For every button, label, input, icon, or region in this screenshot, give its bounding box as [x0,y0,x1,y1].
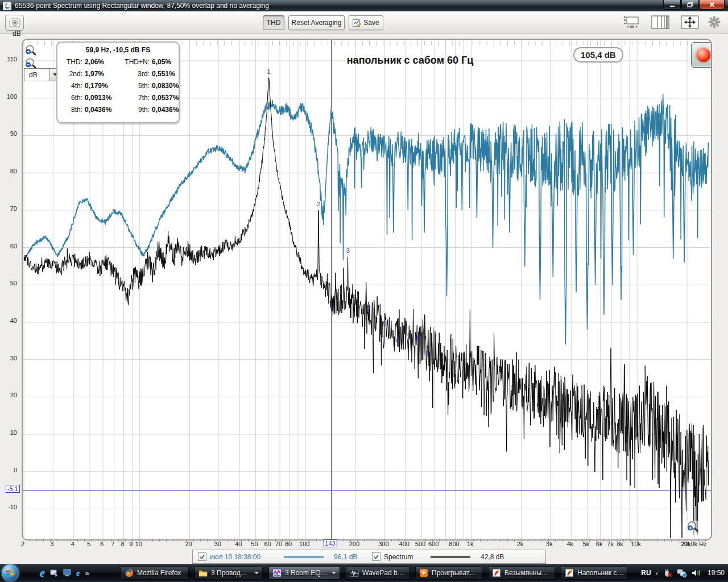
harmonic-marker-label: 1 [267,68,271,75]
save-button-label: Save [363,19,379,27]
x-zoom-in-button[interactable] [687,521,700,533]
x-tick-label: 7k [607,541,614,547]
x-tick-label: 2 [21,541,24,547]
x-tick-label: 300 [378,541,388,547]
x-tick-label: 600 [428,541,439,547]
record-icon [697,48,710,62]
x-tick-label: 30,0k Hz [682,541,706,547]
legend-trace-level: 42,8 dB [481,553,514,561]
firefox-icon [125,568,134,577]
wavepad-icon [350,568,359,577]
x-tick-label: 3k [546,541,553,547]
taskbar-button-label: 3 Проводник [211,569,250,577]
x-tick-label: 200 [349,541,359,547]
y-cursor-value[interactable]: -5,1 [6,485,20,493]
minimize-button[interactable] [663,0,681,10]
start-button[interactable] [2,564,19,581]
window-title: 65536-point Spectrum using Rectangular w… [15,2,269,10]
reset-averaging-label: Reset Averaging [292,19,342,27]
harmonic-marker-label: 9 [425,350,429,357]
harmonic-marker-label: 7 [407,333,411,340]
thd-button[interactable]: THD [263,15,284,30]
x-tick-label: 30 [214,541,221,547]
legend-trace-name: июл 10 18:38:00 [210,553,274,561]
taskbar-button-rew[interactable]: 3 Room EQ ... [268,566,340,580]
limits-button[interactable] [622,14,641,30]
x-tick-label: 20 [185,541,192,547]
x-tick-label: 1k [467,541,474,547]
thd-row-value: 0,179% [85,80,122,92]
pan-arrows-icon [681,15,699,30]
window-titlebar[interactable]: 65536-point Spectrum using Rectangular w… [0,0,728,11]
trace-legend-bar: июл 10 18:38:0096,1 dBSpectrum42,8 dB [192,550,546,564]
y-zoom-in-button[interactable] [25,44,38,57]
thd-row-value: 0,551% [152,68,177,80]
y-tick-label: 30 [0,355,17,361]
network-icon[interactable] [677,568,687,577]
x-tick-label: 400 [399,541,410,547]
close-button[interactable] [700,0,725,10]
x-axis-labels: 2345678910203040506070801002003004005006… [22,541,710,550]
x-tick-label: 7 [111,541,115,547]
harmonic-marker-label: 6 [396,337,399,344]
thd-row-label: THD: [60,56,85,68]
y-tick-label: 10 [0,429,17,436]
thd-row-value: 6,05% [152,56,177,68]
close-icon [709,2,715,7]
windows-logo-icon [6,568,15,577]
taskbar-button-doc[interactable]: Безымянный ... [488,566,555,580]
quick-launch-overflow[interactable]: » [85,569,89,577]
harmonic-marker-label: 8 [417,335,420,342]
x-tick-label: 2k [517,541,524,547]
tray-collapse-chevron[interactable]: ‹ [656,569,658,577]
clock[interactable]: 19:50 [708,569,725,577]
harmonic-marker-label: 5 [383,320,386,327]
taskbar-button-wavepad[interactable]: WavePad by N... [346,566,410,580]
taskbar-button-label: Напольник с ... [577,569,624,577]
record-button[interactable] [691,42,712,68]
thd-row-value: 0,0436% [85,104,122,116]
x-cursor-value[interactable]: 143 [323,539,337,547]
taskbar-button-player[interactable]: Проигрывате... [415,566,482,580]
power-plug-icon[interactable] [663,568,672,577]
x-tick-label: 50 [251,541,258,547]
restore-button[interactable] [681,0,699,10]
capture-button[interactable] [5,15,24,31]
y-tick-label: 90 [0,130,17,137]
y-tick-label: 40 [0,317,17,324]
x-tick-label: 500 [415,541,425,547]
toolbar: THD Reset Averaging Save [0,11,728,34]
settings-button[interactable] [706,14,722,30]
thd-row-label: 4th: [60,80,85,92]
y-tick-label: -10 [0,504,17,510]
thd-row-label: THD+N: [122,56,152,68]
legend-checkbox[interactable] [372,552,380,561]
y-unit-dropdown-value: dB [24,71,49,79]
gear-icon [708,16,721,28]
frequency-axis-button[interactable] [651,14,670,30]
taskbar-button-doc[interactable]: Напольник с ... [561,566,628,580]
taskbar-button-firefox[interactable]: Mozilla Firefox [121,566,189,580]
spectrum-plot-panel[interactable]: 123456789 dB 59,9 Hz, -10,5 dB FS THD:2,… [22,39,712,541]
internet-explorer-icon[interactable]: e [40,567,45,579]
internet-explorer2-icon[interactable]: e [76,567,80,579]
thd-row-label: 6th: [60,92,85,104]
input-level-readout: 105,4 dB [573,47,623,63]
pan-zoom-button[interactable] [680,14,700,30]
legend-trace-level: 96,1 dB [334,553,367,561]
media-window-icon[interactable] [63,569,71,577]
volume-icon[interactable] [692,568,702,577]
thd-row-value: 0,0436% [152,104,177,116]
legend-checkbox[interactable] [198,552,206,561]
system-tray: RU ‹ 19:50 [641,564,725,582]
language-indicator[interactable]: RU [641,569,651,577]
taskbar: e e » Mozilla Firefox3 Проводник3 Room E… [0,564,728,582]
y-unit-dropdown[interactable]: dB [24,68,60,81]
taskbar-button-folder[interactable]: 3 Проводник [195,566,263,580]
save-button[interactable]: Save [349,15,383,30]
x-tick-label: 60 [264,541,271,547]
y-tick-label: 80 [0,168,17,174]
taskbar-button-label: Безымянный ... [504,569,551,577]
show-desktop-icon[interactable] [50,569,58,577]
reset-averaging-button[interactable]: Reset Averaging [288,15,345,30]
